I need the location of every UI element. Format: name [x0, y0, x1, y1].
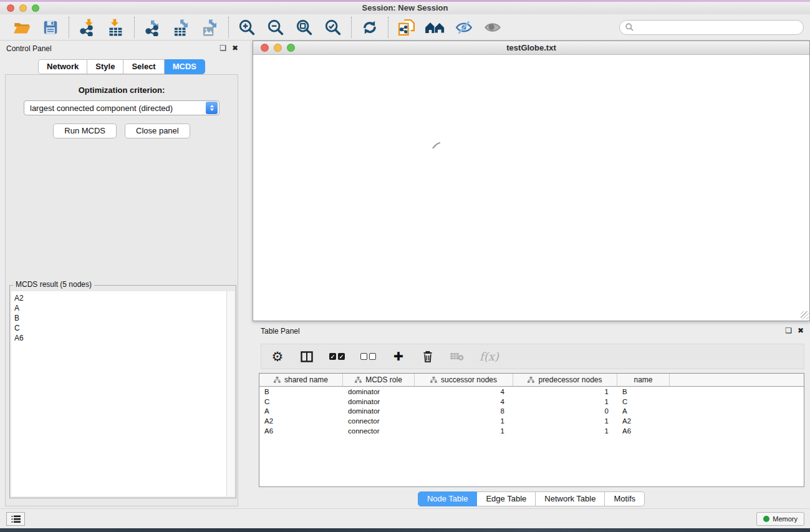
- import-network-button[interactable]: [76, 17, 99, 38]
- table-cell: A6: [617, 427, 670, 435]
- table-tabs: Node TableEdge TableNetwork TableMotifs: [253, 491, 810, 506]
- table-cell: C: [259, 398, 343, 405]
- tab-edge-table[interactable]: Edge Table: [477, 491, 536, 506]
- network-canvas[interactable]: B4B2BB3A5A8A6B1A3AC2A1A2A4A7C4CC1C3DD1: [253, 55, 809, 320]
- column-header-label: name: [634, 375, 652, 384]
- main-titlebar[interactable]: Session: New Session: [0, 2, 810, 14]
- column-header-shared-name[interactable]: shared name: [259, 374, 343, 386]
- graph-node-A3[interactable]: A3: [432, 142, 440, 148]
- control-panel: Control Panel ❏ ✖ NetworkStyleSelectMCDS…: [0, 41, 243, 508]
- table-row[interactable]: Adominator80A: [259, 406, 804, 416]
- export-image-button[interactable]: [199, 17, 221, 38]
- export-network-button[interactable]: [142, 17, 164, 38]
- table-cell: dominator: [343, 388, 415, 395]
- network-window-controls[interactable]: [261, 44, 295, 52]
- column-header-predecessor-nodes[interactable]: predecessor nodes: [513, 374, 617, 386]
- zoom-in-button[interactable]: [236, 17, 258, 38]
- table-cell: dominator: [343, 407, 415, 415]
- add-column-button[interactable]: ✚: [392, 348, 405, 365]
- result-list-item[interactable]: A: [11, 303, 234, 313]
- table-cell: 4: [415, 388, 513, 395]
- criterion-select[interactable]: largest connected component (directed): [24, 100, 219, 115]
- close-panel-icon[interactable]: ✖: [798, 326, 804, 335]
- maximize-network-window-button[interactable]: [287, 44, 295, 52]
- search-input[interactable]: [637, 23, 798, 32]
- zoom-selected-button[interactable]: [322, 17, 344, 38]
- network-window-titlebar[interactable]: testGlobe.txt: [253, 41, 809, 55]
- column-header-name[interactable]: name: [617, 374, 670, 386]
- export-table-button[interactable]: [170, 17, 193, 38]
- deselect-all-button[interactable]: [360, 348, 376, 365]
- column-header-MCDS-role[interactable]: MCDS role: [343, 374, 415, 386]
- tab-network[interactable]: Network: [38, 59, 87, 74]
- import-table-button[interactable]: [105, 17, 127, 38]
- close-network-window-button[interactable]: [261, 44, 269, 52]
- result-list-item[interactable]: A2: [11, 291, 234, 303]
- import-table-icon: [107, 19, 125, 36]
- delete-button[interactable]: [421, 348, 435, 365]
- node-table[interactable]: shared nameMCDS rolesuccessor nodesprede…: [259, 373, 804, 487]
- tab-node-table[interactable]: Node Table: [418, 491, 478, 506]
- trash-icon: [422, 350, 433, 363]
- table-row[interactable]: Bdominator41B: [259, 387, 804, 397]
- status-bar: Memory: [0, 508, 810, 528]
- run-mcds-button[interactable]: Run MCDS: [53, 123, 117, 138]
- mcds-result-list: A2ABCA6: [11, 291, 234, 496]
- columns-button[interactable]: [300, 348, 314, 365]
- column-type-icon: [274, 377, 281, 383]
- column-header-successor-nodes[interactable]: successor nodes: [415, 374, 513, 386]
- minimize-window-button[interactable]: [19, 4, 27, 12]
- close-panel-button[interactable]: Close panel: [125, 123, 190, 138]
- tab-select[interactable]: Select: [123, 59, 164, 74]
- zoom-fit-button[interactable]: [293, 17, 316, 38]
- float-panel-icon[interactable]: ❏: [219, 44, 226, 52]
- select-all-button[interactable]: ✓✓: [329, 348, 345, 365]
- toolbar-search[interactable]: [619, 20, 804, 35]
- result-list-item[interactable]: C: [11, 323, 234, 333]
- table-cell: C: [617, 398, 670, 405]
- select-stepper-icon[interactable]: [206, 102, 218, 114]
- window-title: Session: New Session: [0, 2, 810, 14]
- close-panel-icon[interactable]: ✖: [232, 44, 238, 52]
- close-window-button[interactable]: [7, 4, 14, 12]
- tab-style[interactable]: Style: [87, 59, 123, 74]
- save-session-button[interactable]: [39, 17, 62, 38]
- task-history-button[interactable]: [6, 512, 25, 526]
- show-eye-button[interactable]: [481, 17, 504, 38]
- tab-mcds[interactable]: MCDS: [165, 59, 205, 74]
- memory-button[interactable]: Memory: [756, 512, 804, 526]
- minimize-network-window-button[interactable]: [274, 44, 282, 52]
- table-row[interactable]: A2connector11A2: [259, 416, 804, 426]
- desktop-edge: [0, 528, 810, 532]
- float-panel-icon[interactable]: ❏: [785, 326, 792, 335]
- hide-eye-button[interactable]: [453, 17, 475, 38]
- zoom-out-button[interactable]: [264, 17, 287, 38]
- zoom-fit-icon: [296, 19, 313, 36]
- tab-motifs[interactable]: Motifs: [605, 491, 645, 506]
- function-builder-button[interactable]: f(x): [480, 348, 499, 365]
- maximize-window-button[interactable]: [32, 4, 39, 12]
- open-session-button[interactable]: [11, 17, 33, 38]
- function-builder-icon: f(x): [480, 350, 499, 363]
- result-list-item[interactable]: B: [11, 313, 234, 323]
- memory-status-icon: [763, 516, 769, 522]
- gear-button[interactable]: ⚙: [271, 348, 284, 365]
- delete-table-button[interactable]: [450, 348, 464, 365]
- tab-network-table[interactable]: Network Table: [536, 491, 605, 506]
- table-toolbar: ⚙ ✓✓ ✚: [261, 344, 804, 369]
- table-row[interactable]: A6connector11A6: [259, 426, 804, 436]
- refresh-layout-button[interactable]: [359, 17, 381, 38]
- column-header-label: shared name: [284, 375, 328, 384]
- home-button[interactable]: [424, 17, 446, 38]
- result-scrollbar[interactable]: [226, 291, 234, 496]
- control-panel-title: Control Panel: [6, 44, 52, 53]
- network-graph[interactable]: B4B2BB3A5A8A6B1A3AC2A1A2A4A7C4CC1C3DD1: [253, 55, 440, 148]
- export-network-icon: [144, 19, 162, 36]
- deselect-all-icon: [360, 353, 376, 360]
- network-view-window[interactable]: testGlobe.txt B4B2BB3A5A8A6B1A3AC2A1A2A4…: [253, 41, 810, 321]
- table-row[interactable]: Cdominator41C: [259, 397, 804, 407]
- copy-network-button[interactable]: [395, 17, 418, 38]
- result-list-item[interactable]: A6: [11, 333, 234, 343]
- resize-grip[interactable]: [801, 311, 809, 319]
- window-controls[interactable]: [7, 4, 39, 12]
